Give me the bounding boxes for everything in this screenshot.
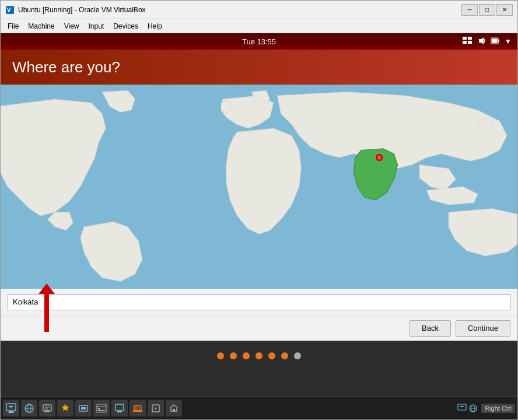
ubuntu-topbar: Tue 13:55 (1, 33, 517, 50)
continue-button[interactable]: Continue (456, 320, 510, 337)
vm-viewport: Tue 13:55 (1, 33, 517, 419)
virtualbox-window: V Ubuntu [Running] - Oracle VM VirtualBo… (0, 0, 518, 420)
svg-rect-22 (44, 411, 50, 412)
close-button[interactable]: ✕ (496, 4, 513, 16)
menu-view[interactable]: View (60, 21, 84, 32)
svg-rect-14 (9, 411, 13, 412)
taskbar-icon-6[interactable] (93, 400, 110, 416)
menu-devices[interactable]: Devices (108, 21, 143, 32)
taskbar-right-icon-2 (468, 404, 478, 413)
progress-dot-6 (281, 352, 288, 359)
progress-dot-1 (217, 352, 224, 359)
taskbar-icon-2[interactable] (21, 400, 37, 416)
window-title: Ubuntu [Running] - Oracle VM VirtualBox (18, 6, 458, 14)
taskbar-icon-5[interactable] (75, 400, 92, 416)
svg-rect-5 (468, 41, 472, 44)
installer-title: Where are you? (12, 58, 120, 76)
button-area: Back Continue (1, 315, 517, 341)
taskbar-icon-7[interactable] (111, 400, 128, 416)
menu-help[interactable]: Help (143, 21, 167, 32)
svg-rect-9 (492, 38, 498, 43)
bottom-bar (1, 341, 517, 396)
city-input[interactable] (8, 294, 510, 310)
title-bar-controls: ─ □ ✕ (461, 4, 513, 16)
ubuntu-clock: Tue 13:55 (242, 37, 276, 46)
map-container[interactable] (1, 85, 517, 289)
right-ctrl-label: Right Ctrl (481, 404, 515, 413)
svg-rect-2 (463, 37, 467, 40)
svg-rect-24 (81, 407, 86, 410)
taskbar-right-icon-1 (457, 404, 467, 413)
arrow-shaft (44, 294, 49, 332)
arrow-indicator (38, 284, 55, 332)
dropdown-icon[interactable]: ▼ (505, 37, 512, 46)
menu-file[interactable]: File (3, 21, 23, 32)
installer-area: Where are you? (1, 50, 517, 341)
virtualbox-icon: V (5, 5, 15, 15)
svg-marker-6 (479, 37, 484, 44)
svg-rect-15 (8, 412, 15, 413)
input-area (1, 289, 517, 315)
taskbar-icons (3, 400, 182, 416)
installer-header: Where are you? (1, 50, 517, 85)
ubuntu-status-icons: ▼ (463, 37, 512, 47)
arrow-head (38, 284, 55, 294)
svg-rect-3 (468, 37, 472, 40)
taskbar-icon-4[interactable] (57, 400, 74, 416)
svg-rect-8 (498, 40, 499, 42)
progress-dot-7 (294, 352, 301, 359)
back-button[interactable]: Back (410, 320, 451, 337)
title-bar: V Ubuntu [Running] - Oracle VM VirtualBo… (1, 1, 517, 19)
taskbar: Right Ctrl (1, 396, 517, 419)
svg-rect-27 (98, 408, 100, 410)
volume-icon (478, 37, 486, 47)
taskbar-right: Right Ctrl (457, 404, 515, 413)
svg-rect-28 (98, 410, 105, 411)
menu-input[interactable]: Input (84, 21, 109, 32)
progress-dot-5 (268, 352, 275, 359)
progress-dot-3 (243, 352, 250, 359)
svg-rect-4 (463, 41, 467, 44)
progress-dot-2 (230, 352, 237, 359)
network-icon (463, 37, 473, 47)
maximize-button[interactable]: □ (479, 4, 495, 16)
menu-machine[interactable]: Machine (23, 21, 59, 32)
world-map[interactable] (1, 85, 517, 289)
taskbar-icon-1[interactable] (3, 400, 19, 416)
svg-rect-37 (173, 409, 175, 411)
taskbar-icon-10[interactable] (166, 400, 182, 416)
taskbar-icon-3[interactable] (39, 400, 55, 416)
svg-rect-19 (43, 405, 51, 411)
svg-rect-30 (117, 411, 122, 412)
battery-icon (491, 37, 500, 47)
taskbar-icon-9[interactable] (148, 400, 164, 416)
minimize-button[interactable]: ─ (461, 4, 478, 16)
svg-rect-32 (133, 410, 142, 412)
progress-dot-4 (256, 352, 262, 359)
taskbar-icon-8[interactable] (130, 400, 146, 416)
menu-bar: File Machine View Input Devices Help (1, 19, 517, 33)
svg-text:V: V (7, 7, 11, 13)
svg-rect-29 (116, 404, 124, 411)
progress-dots (1, 341, 517, 359)
svg-point-12 (377, 155, 382, 160)
